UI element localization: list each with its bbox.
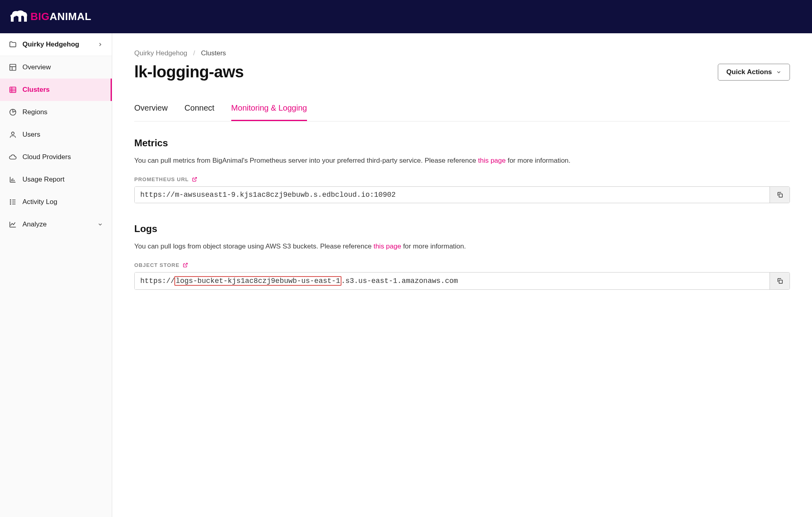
breadcrumb-section[interactable]: Clusters	[201, 49, 226, 57]
sidebar-item-label: Usage Report	[22, 176, 65, 184]
logo-text: BIGANIMAL	[30, 10, 91, 23]
svg-rect-3	[10, 87, 16, 92]
logs-description: You can pull logs from object storage us…	[134, 241, 790, 252]
svg-point-8	[12, 132, 14, 135]
sidebar-item-label: Cloud Providers	[22, 153, 71, 161]
copy-icon	[776, 191, 784, 198]
copy-prometheus-url-button[interactable]	[770, 187, 790, 203]
tabs: Overview Connect Monitoring & Logging	[134, 101, 790, 121]
prometheus-url-input[interactable]: https://m-awsuseast1-9.kjs1ac8czj9ebuwb.…	[135, 187, 770, 203]
sidebar-item-label: Regions	[22, 108, 47, 116]
tab-overview[interactable]: Overview	[134, 101, 168, 121]
dashboard-icon	[9, 63, 17, 71]
svg-rect-25	[779, 280, 782, 283]
sidebar-item-usage-report[interactable]: Usage Report	[0, 168, 112, 191]
page-title: lk-logging-aws	[134, 63, 244, 81]
svg-line-24	[185, 263, 187, 266]
sidebar-item-overview[interactable]: Overview	[0, 56, 112, 79]
sidebar-item-users[interactable]: Users	[0, 123, 112, 146]
breadcrumb: Quirky Hedgehog / Clusters	[134, 49, 790, 57]
list-icon	[9, 198, 17, 206]
table-icon	[9, 86, 17, 94]
object-store-url-input[interactable]: https://logs-bucket-kjs1ac8czj9ebuwb-us-…	[135, 273, 770, 289]
user-icon	[9, 131, 17, 139]
metrics-description: You can pull metrics from BigAnimal's Pr…	[134, 155, 790, 166]
sidebar-item-label: Activity Log	[22, 198, 57, 206]
copy-object-store-url-button[interactable]	[770, 273, 790, 289]
chevron-down-icon	[97, 222, 103, 227]
chevron-down-icon	[776, 69, 782, 75]
pie-icon	[9, 108, 17, 116]
logo[interactable]: BIGANIMAL	[8, 10, 91, 24]
svg-rect-0	[10, 65, 16, 71]
logs-link[interactable]: this page	[374, 242, 401, 250]
prometheus-url-label: PROMETHEUS URL	[134, 176, 790, 182]
sidebar-item-regions[interactable]: Regions	[0, 101, 112, 123]
line-chart-icon	[9, 220, 17, 228]
tab-monitoring-logging[interactable]: Monitoring & Logging	[231, 101, 307, 121]
object-store-url-row: https://logs-bucket-kjs1ac8czj9ebuwb-us-…	[134, 272, 790, 290]
sidebar-item-label: Analyze	[22, 220, 46, 228]
sidebar: Quirky Hedgehog Overview Clusters Region…	[0, 33, 112, 517]
quick-actions-label: Quick Actions	[726, 68, 772, 76]
sidebar-item-clusters[interactable]: Clusters	[0, 79, 112, 101]
external-link-icon[interactable]	[192, 177, 197, 182]
svg-point-16	[10, 204, 11, 204]
copy-icon	[776, 277, 784, 285]
sidebar-item-label: Clusters	[22, 86, 50, 94]
svg-line-22	[194, 178, 196, 180]
sidebar-item-activity-log[interactable]: Activity Log	[0, 191, 112, 213]
folder-icon	[9, 40, 17, 48]
chevron-right-icon	[97, 42, 103, 47]
bucket-name-highlight: logs-bucket-kjs1ac8czj9ebuwb-us-east-1	[175, 277, 341, 285]
logs-heading: Logs	[134, 223, 790, 234]
elephant-icon	[8, 10, 28, 24]
breadcrumb-project[interactable]: Quirky Hedgehog	[134, 49, 187, 57]
breadcrumb-separator: /	[193, 49, 195, 57]
quick-actions-button[interactable]: Quick Actions	[718, 64, 790, 81]
sidebar-item-label: Overview	[22, 63, 51, 71]
sidebar-item-analyze[interactable]: Analyze	[0, 213, 112, 236]
main: Quirky Hedgehog / Clusters lk-logging-aw…	[112, 33, 812, 517]
metrics-link[interactable]: this page	[478, 157, 506, 164]
object-store-label: OBJECT STORE	[134, 262, 790, 268]
sidebar-project-selector[interactable]: Quirky Hedgehog	[0, 33, 112, 56]
external-link-icon[interactable]	[183, 263, 188, 268]
metrics-heading: Metrics	[134, 137, 790, 149]
cloud-icon	[9, 153, 17, 161]
sidebar-item-cloud-providers[interactable]: Cloud Providers	[0, 146, 112, 168]
svg-point-15	[10, 202, 11, 202]
svg-point-14	[10, 200, 11, 200]
sidebar-item-label: Users	[22, 131, 40, 139]
bar-chart-icon	[9, 176, 17, 184]
prometheus-url-row: https://m-awsuseast1-9.kjs1ac8czj9ebuwb.…	[134, 186, 790, 203]
tab-connect[interactable]: Connect	[184, 101, 214, 121]
sidebar-project-label: Quirky Hedgehog	[22, 40, 79, 48]
header: BIGANIMAL	[0, 0, 812, 33]
svg-rect-23	[779, 194, 782, 197]
